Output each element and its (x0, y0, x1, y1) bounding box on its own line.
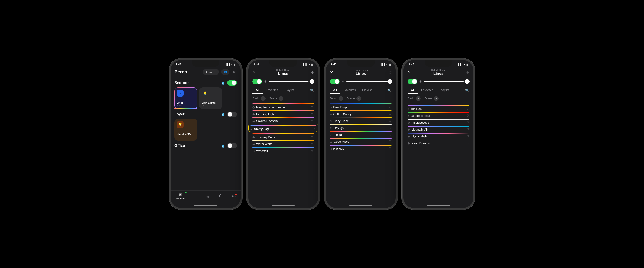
lines-device-card[interactable]: ✦ Lines 100% (174, 88, 198, 109)
favorite-icon[interactable]: ♡ (313, 127, 316, 131)
favorite-icon[interactable]: ♡ (389, 133, 392, 136)
list-item[interactable]: ◎ Tuscany Sunset ♡ (248, 132, 318, 139)
favorite-icon[interactable]: ♡ (311, 149, 314, 152)
settings-icon-1[interactable]: ⚙ (311, 71, 314, 74)
brightness-slider-1[interactable] (269, 81, 314, 82)
list-item[interactable]: ◎ Kaleidoscope ♡ (404, 118, 473, 125)
list-item[interactable]: ◎ Good Vibes ♡ (326, 137, 396, 144)
lines2-screen: 9:45 ▐▐▐ ▲ ▓ ✕ Default Room Lines ⚙ ☀ (326, 60, 396, 208)
scene-plus-1[interactable]: + (279, 96, 284, 101)
playlist-tab-1[interactable]: Playlist (282, 87, 297, 94)
basic-plus-1[interactable]: + (261, 96, 266, 101)
home-indicator-2 (272, 205, 295, 206)
nanoleaf-card[interactable]: 💡 Nanoleaf Es... OFF (174, 119, 198, 141)
list-item[interactable]: ♫ Hip Hop ♡ (326, 144, 396, 151)
edit-button[interactable]: ✏ (232, 69, 237, 75)
rooms-icon: ⊞ (206, 70, 208, 74)
list-item[interactable]: ◎ Mountain Air ♡ (404, 125, 473, 132)
list-item[interactable]: ♫ Jalapeno Heat ♡ (404, 111, 473, 118)
status-time: 9:43 (176, 63, 181, 66)
basic-plus-3[interactable]: + (416, 96, 421, 101)
office-toggle[interactable] (227, 143, 237, 148)
favorite-icon[interactable]: ♡ (466, 128, 469, 131)
favorites-tab-2[interactable]: Favorites (340, 87, 359, 94)
list-item[interactable]: ♫ Hip Hop ♡ (404, 104, 473, 111)
power-toggle-1[interactable] (252, 79, 262, 84)
all-tab-2[interactable]: All (330, 87, 340, 94)
phones-container: 9:43 ▐▐▐ ▲ ▓ Perch ⊞ Rooms (169, 58, 475, 210)
timer-tab[interactable]: ⏱ (219, 194, 222, 198)
status-time-3: 9:45 (331, 63, 336, 66)
close-button-3[interactable]: ✕ (408, 70, 410, 74)
rooms-button[interactable]: ⊞ Rooms (203, 69, 219, 74)
all-tab-1[interactable]: All (252, 87, 263, 94)
home-bar-2 (248, 203, 318, 208)
brightness-slider-3[interactable] (424, 81, 469, 82)
main-lights-card[interactable]: 💡 Main Lights OFF (199, 88, 222, 109)
scene-name: Tuscany Sunset (256, 136, 278, 139)
favorites-tab-1[interactable]: Favorites (263, 87, 282, 94)
favorite-icon[interactable]: ♡ (466, 142, 469, 145)
basic-plus-2[interactable]: + (338, 96, 343, 101)
favorite-icon[interactable]: ♡ (389, 119, 392, 123)
list-item[interactable]: ◎ Daylight ♡ (326, 123, 396, 130)
upload-tab[interactable]: ↑ (195, 194, 197, 198)
playlist-tab-3[interactable]: Playlist (436, 87, 452, 94)
circles-tab[interactable]: ◎ (206, 194, 210, 198)
scene-left: ◎ Good Vibes (330, 140, 349, 144)
scene-left: ◎ Mountain Air (408, 128, 428, 131)
close-button-2[interactable]: ✕ (330, 70, 333, 74)
phone-lines3: 9:45 ▐▐▐ ▲ ▓ ✕ Default Room Lines ⚙ ☀ (402, 58, 475, 210)
favorite-icon[interactable]: ♡ (466, 107, 469, 110)
list-item[interactable]: ◎ Waterfall ♡ (248, 146, 318, 153)
dashboard-tab[interactable]: ⊞ Dashboard (176, 192, 186, 200)
bedroom-toggle[interactable] (227, 80, 237, 86)
scene-plus-3[interactable]: + (434, 96, 438, 101)
power-toggle-2[interactable] (330, 79, 340, 84)
group-button[interactable]: 👥 (222, 69, 229, 74)
favorite-icon[interactable]: ♡ (311, 106, 314, 109)
favorite-icon[interactable]: ♡ (389, 106, 392, 109)
favorites-tab-3[interactable]: Favorites (418, 87, 436, 94)
list-item[interactable]: ♫ Beat Drop ♡ (326, 102, 396, 110)
list-item[interactable]: ◎ Sakura Blossom ♡ (248, 116, 318, 123)
phone-home: 9:43 ▐▐▐ ▲ ▓ Perch ⊞ Rooms (169, 58, 242, 210)
brightness-slider-2[interactable] (346, 81, 392, 82)
foyer-toggle[interactable] (227, 112, 237, 117)
list-item[interactable]: ◎ Starry Sky ♡ (248, 124, 318, 132)
power-toggle-3[interactable] (408, 79, 417, 84)
search-icon-3[interactable]: 🔍 (465, 88, 469, 92)
favorite-icon[interactable]: ♡ (311, 119, 314, 123)
favorite-icon[interactable]: ♡ (311, 142, 314, 146)
color-bar (330, 117, 392, 118)
favorite-icon[interactable]: ♡ (466, 135, 469, 138)
search-icon-1[interactable]: 🔍 (310, 88, 314, 92)
list-item[interactable]: ◎ Mystic Night ♡ (404, 132, 473, 138)
favorite-icon[interactable]: ♡ (389, 140, 392, 144)
favorite-icon[interactable]: ♡ (389, 126, 392, 130)
favorite-icon[interactable]: ♡ (311, 112, 314, 116)
settings-icon-3[interactable]: ⚙ (466, 71, 469, 74)
all-tab-3[interactable]: All (408, 87, 418, 94)
list-item[interactable]: ◎ Fiesta ♡ (326, 130, 396, 137)
favorite-icon[interactable]: ♡ (389, 147, 392, 150)
scene-row: ◎ Mystic Night ♡ (408, 135, 469, 138)
favorite-icon[interactable]: ♡ (466, 114, 469, 118)
favorite-icon[interactable]: ♡ (389, 112, 392, 116)
close-button-1[interactable]: ✕ (252, 70, 256, 74)
list-item[interactable]: ◎ Neon Dreams ♡ (404, 138, 473, 146)
basic-scene-row-1: Basic + Scene + (248, 95, 318, 102)
scene-icon: ◎ (252, 120, 255, 122)
list-item[interactable]: ◎ Warm White ♡ (248, 139, 318, 146)
search-icon-2[interactable]: 🔍 (388, 88, 392, 92)
favorite-icon[interactable]: ♡ (311, 136, 314, 139)
more-tab[interactable]: ••• (232, 194, 236, 198)
list-item[interactable]: ◎ Reading Light ♡ (248, 110, 318, 116)
list-item[interactable]: ♫ Cotton Candy ♡ (326, 110, 396, 116)
playlist-tab-2[interactable]: Playlist (359, 87, 375, 94)
list-item[interactable]: ◎ Raspberry Lemonade ♡ (248, 102, 318, 110)
settings-icon-2[interactable]: ⚙ (388, 71, 392, 74)
favorite-icon[interactable]: ♡ (466, 121, 469, 124)
scene-plus-2[interactable]: + (356, 96, 361, 101)
list-item[interactable]: ◎ Cozy Blaze ♡ (326, 116, 396, 123)
